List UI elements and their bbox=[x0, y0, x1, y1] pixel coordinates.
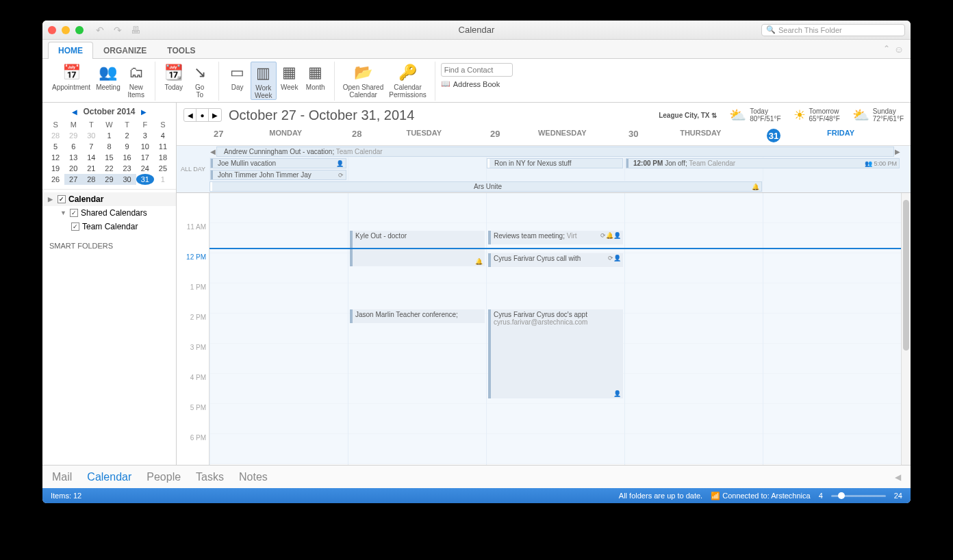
day-column-fri[interactable] bbox=[763, 193, 901, 465]
search-icon: 🔍 bbox=[766, 25, 776, 34]
allday-section: ALL DAY ◀ Andrew Cunningham Out - vacati… bbox=[177, 146, 911, 193]
find-contact-input[interactable] bbox=[441, 63, 513, 77]
mini-calendar-grid[interactable]: SMTWTFS282930123456789101112131415161718… bbox=[47, 119, 172, 185]
day-column-mon[interactable] bbox=[209, 193, 348, 465]
ribbon: 📅Appointment 👥Meeting 🗂New Items 📆Today … bbox=[42, 59, 911, 103]
recurring-icon: ⟳👤 bbox=[608, 255, 621, 262]
day-column-wed[interactable]: Reviews team meeting; Virt⟳🔔👤 Cyrus Fari… bbox=[486, 193, 624, 465]
collapse-ribbon-button[interactable]: ⌃ bbox=[883, 44, 890, 53]
allday-event-ars-unite[interactable]: Ars Unite🔔 bbox=[209, 181, 762, 192]
ribbon-tabs: HOME ORGANIZE TOOLS ⌃ ☺ bbox=[42, 40, 911, 59]
search-input[interactable]: 🔍 Search This Folder bbox=[761, 24, 905, 36]
allday-event-john-timmer[interactable]: John Timmer John Timmer Jay⟳ bbox=[210, 170, 346, 180]
zoom-max: 24 bbox=[894, 492, 902, 500]
window-title: Calendar bbox=[459, 25, 495, 35]
event-reviews-meeting[interactable]: Reviews team meeting; Virt⟳🔔👤 bbox=[488, 231, 623, 244]
chevron-down-icon: ▼ bbox=[60, 209, 67, 216]
vertical-scrollbar[interactable] bbox=[901, 193, 911, 465]
allday-event-jon[interactable]: 12:00 PM Jon off; Team Calendar👥 5:00 PM bbox=[626, 158, 900, 168]
smart-folders-section[interactable]: SMART FOLDERS bbox=[42, 236, 176, 255]
titlebar: ↶ ↷ 🖶 Calendar 🔍 Search This Folder bbox=[42, 21, 911, 40]
calendar-checkbox[interactable]: ✓ bbox=[58, 195, 66, 203]
allday-event-joe[interactable]: Joe Mullin vacation👤 bbox=[210, 158, 346, 168]
day-header-mon[interactable]: 27MONDAY bbox=[209, 126, 348, 145]
month-view-button[interactable]: ▦Month bbox=[303, 62, 329, 91]
tab-home[interactable]: HOME bbox=[48, 42, 93, 59]
switch-people[interactable]: People bbox=[147, 471, 181, 483]
tab-organize[interactable]: ORGANIZE bbox=[93, 42, 157, 59]
day-header-wed[interactable]: 29WEDNESDAY bbox=[486, 126, 624, 145]
switch-tasks[interactable]: Tasks bbox=[196, 471, 224, 483]
prev-week-button[interactable]: ◀ bbox=[184, 109, 196, 121]
search-placeholder: Search This Folder bbox=[778, 26, 842, 34]
switch-notes[interactable]: Notes bbox=[239, 471, 268, 483]
day-header-tue[interactable]: 28TUESDAY bbox=[348, 126, 486, 145]
calendar-section[interactable]: ▶ ✓ Calendar bbox=[42, 192, 176, 206]
sidebar: ◀ October 2014 ▶ SMTWTFS2829301234567891… bbox=[42, 103, 177, 465]
zoom-slider[interactable] bbox=[831, 495, 886, 497]
switch-calendar[interactable]: Calendar bbox=[87, 471, 131, 483]
app-window: ↶ ↷ 🖶 Calendar 🔍 Search This Folder HOME… bbox=[42, 21, 911, 503]
team-calendar-item[interactable]: ✓ Team Calendar bbox=[42, 220, 176, 233]
calendar-label: Calendar bbox=[68, 194, 103, 204]
allday-event-ron[interactable]: Ron in NY for Nexus stuff bbox=[487, 158, 623, 168]
new-items-button[interactable]: 🗂New Items bbox=[123, 62, 149, 99]
key-icon: 🔑 bbox=[397, 62, 418, 82]
quick-access-toolbar: ↶ ↷ 🖶 bbox=[93, 24, 142, 36]
calendar-permissions-button[interactable]: 🔑Calendar Permissions bbox=[386, 62, 429, 99]
goto-icon: ↘ bbox=[190, 62, 210, 82]
zoom-thumb[interactable] bbox=[838, 492, 845, 499]
allday-label: ALL DAY bbox=[177, 146, 209, 192]
workweek-view-button[interactable]: ▥Work Week bbox=[251, 62, 277, 100]
meeting-button[interactable]: 👥Meeting bbox=[93, 62, 123, 91]
next-week-button[interactable]: ▶ bbox=[209, 109, 221, 121]
today-button[interactable]: 📆Today bbox=[161, 62, 187, 91]
timed-section: 11 AM12 PM1 PM2 PM3 PM4 PM5 PM6 PM Kyle … bbox=[177, 193, 911, 465]
person-icon: 👤 bbox=[613, 390, 621, 397]
team-checkbox[interactable]: ✓ bbox=[71, 222, 79, 231]
appointment-button[interactable]: 📅Appointment bbox=[49, 62, 93, 91]
minimize-window-button[interactable] bbox=[62, 26, 70, 34]
scroll-thumb[interactable] bbox=[903, 200, 909, 351]
feedback-button[interactable]: ☺ bbox=[894, 44, 904, 55]
tab-tools[interactable]: TOOLS bbox=[157, 42, 205, 59]
this-week-button[interactable]: ● bbox=[196, 109, 209, 121]
day-column-thu[interactable] bbox=[624, 193, 763, 465]
day-column-tue[interactable]: Kyle Out - doctor🔔 Jason Marlin Teacher … bbox=[348, 193, 486, 465]
location-picker[interactable]: League City, TX ⇅ bbox=[659, 112, 717, 119]
bell-icon: 🔔 bbox=[475, 258, 483, 265]
calendar-main: ◀ ● ▶ October 27 - October 31, 2014 Leag… bbox=[177, 103, 911, 465]
shared-calendars-section[interactable]: ▼ ✓ Shared Calendars bbox=[42, 206, 176, 220]
day-header-fri[interactable]: 31FRIDAY bbox=[763, 126, 901, 145]
weather-tomorrow: ☀Tomorrow65°F/48°F bbox=[793, 107, 840, 123]
address-book-button[interactable]: 📖Address Book bbox=[441, 79, 513, 88]
undo-button[interactable]: ↶ bbox=[93, 24, 107, 36]
day-view-button[interactable]: ▭Day bbox=[225, 62, 251, 91]
zoom-window-button[interactable] bbox=[75, 26, 84, 34]
event-jason-teacher[interactable]: Jason Marlin Teacher conference; bbox=[350, 309, 485, 323]
shared-checkbox[interactable]: ✓ bbox=[70, 209, 78, 217]
prev-month-button[interactable]: ◀ bbox=[72, 108, 77, 116]
mini-calendar-title: October 2014 bbox=[83, 107, 135, 116]
recurring-icon: ⟳ bbox=[338, 172, 344, 179]
event-cyrus-doc[interactable]: Cyrus Farivar Cyrus doc's apptcyrus.fari… bbox=[488, 309, 623, 398]
mini-calendar: ◀ October 2014 ▶ SMTWTFS2829301234567891… bbox=[42, 103, 176, 190]
date-nav-arrows: ◀ ● ▶ bbox=[183, 108, 222, 122]
current-time-line bbox=[209, 248, 901, 249]
day-headers: 27MONDAY 28TUESDAY 29WEDNESDAY 30THURSDA… bbox=[177, 126, 911, 146]
close-window-button[interactable] bbox=[48, 26, 56, 34]
next-month-button[interactable]: ▶ bbox=[141, 108, 147, 116]
goto-button[interactable]: ↘Go To bbox=[187, 62, 213, 99]
redo-button[interactable]: ↷ bbox=[111, 24, 125, 36]
next-allday-button[interactable]: ▶ bbox=[894, 146, 901, 157]
collapse-switcher-button[interactable]: ◀ bbox=[895, 472, 901, 482]
allday-event-andrew[interactable]: Andrew Cunningham Out - vacation; Team C… bbox=[216, 147, 894, 157]
week-view-button[interactable]: ▦Week bbox=[277, 62, 303, 91]
day-header-thu[interactable]: 30THURSDAY bbox=[624, 126, 763, 145]
connection-status: 📶 Connected to: Arstechnica bbox=[711, 492, 810, 500]
event-cyrus-call[interactable]: Cyrus Farivar Cyrus call with⟳👤 bbox=[488, 253, 623, 267]
print-button[interactable]: 🖶 bbox=[129, 24, 142, 36]
open-shared-calendar-button[interactable]: 📂Open Shared Calendar bbox=[340, 62, 387, 99]
prev-allday-button[interactable]: ◀ bbox=[209, 146, 216, 157]
switch-mail[interactable]: Mail bbox=[52, 471, 72, 483]
